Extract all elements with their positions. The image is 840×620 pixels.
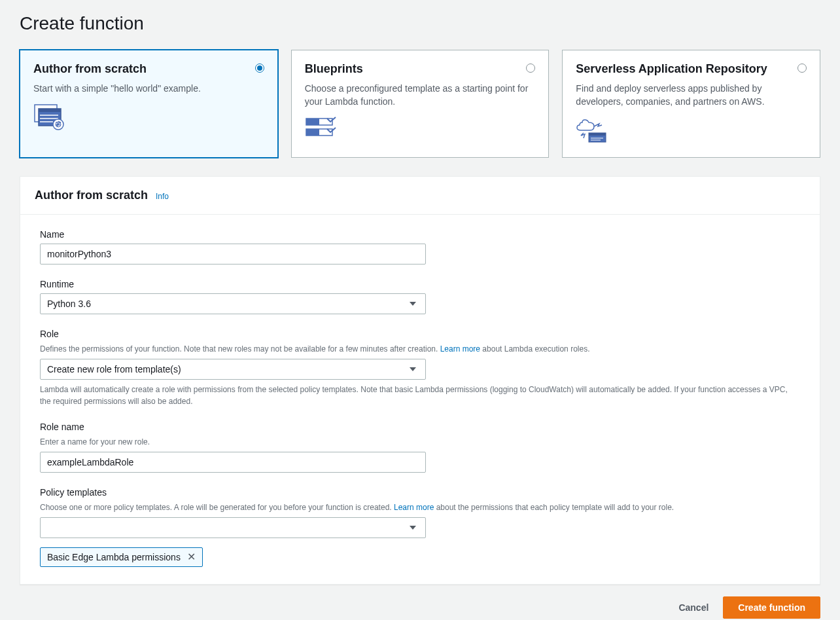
token-label: Basic Edge Lambda permissions	[47, 552, 181, 562]
panel-header: Author from scratch Info	[20, 177, 820, 215]
runtime-label: Runtime	[40, 279, 800, 289]
chevron-down-icon	[410, 367, 416, 371]
field-policy: Policy templates Choose one or more poli…	[40, 487, 800, 538]
scratch-icon	[33, 103, 264, 133]
option-serverless-repo[interactable]: Serverless Application Repository Find a…	[562, 50, 820, 158]
radio-icon	[255, 64, 264, 73]
role-help-after: Lambda will automatically create a role …	[40, 384, 800, 407]
name-label: Name	[40, 229, 800, 240]
role-value: Create new role from template(s)	[47, 364, 181, 374]
option-desc: Choose a preconfigured template as a sta…	[305, 82, 536, 108]
svg-rect-10	[306, 119, 319, 125]
policy-label: Policy templates	[40, 487, 800, 498]
chevron-down-icon	[410, 302, 416, 306]
role-name-help: Enter a name for your new role.	[40, 436, 800, 448]
role-help: Defines the permissions of your function…	[40, 343, 800, 355]
option-desc: Start with a simple "hello world" exampl…	[33, 82, 264, 96]
role-name-input[interactable]	[40, 452, 426, 473]
role-select[interactable]: Create new role from template(s)	[40, 359, 426, 380]
runtime-value: Python 3.6	[47, 299, 91, 309]
option-desc: Find and deploy serverless apps publishe…	[576, 82, 807, 108]
author-panel: Author from scratch Info Name Runtime Py…	[20, 176, 820, 585]
runtime-select[interactable]: Python 3.6	[40, 293, 426, 314]
policy-token: Basic Edge Lambda permissions ✕	[40, 547, 203, 567]
option-cards: Author from scratch Start with a simple …	[20, 50, 820, 158]
option-title: Author from scratch	[33, 62, 264, 76]
field-runtime: Runtime Python 3.6	[40, 279, 800, 314]
policy-help: Choose one or more policy templates. A r…	[40, 501, 800, 513]
learn-more-link[interactable]: Learn more	[394, 503, 434, 512]
close-icon[interactable]: ✕	[187, 552, 196, 562]
svg-rect-14	[589, 133, 606, 136]
info-link[interactable]: Info	[156, 192, 169, 201]
cancel-button[interactable]: Cancel	[676, 597, 711, 618]
panel-body: Name Runtime Python 3.6 Role Defines the…	[20, 215, 820, 584]
svg-rect-2	[39, 109, 61, 112]
serverless-icon	[576, 116, 807, 145]
field-role-name: Role name Enter a name for your new role…	[40, 422, 800, 473]
role-label: Role	[40, 329, 800, 339]
option-blueprints[interactable]: Blueprints Choose a preconfigured templa…	[291, 50, 550, 158]
svg-rect-12	[306, 129, 319, 136]
page-title: Create function	[20, 13, 820, 34]
field-role: Role Defines the permissions of your fun…	[40, 329, 800, 407]
option-author-from-scratch[interactable]: Author from scratch Start with a simple …	[20, 50, 278, 158]
create-function-button[interactable]: Create function	[723, 596, 820, 619]
name-input[interactable]	[40, 244, 426, 264]
role-name-label: Role name	[40, 422, 800, 432]
learn-more-link[interactable]: Learn more	[440, 344, 480, 354]
option-title: Blueprints	[305, 62, 536, 76]
radio-icon	[797, 64, 807, 73]
chevron-down-icon	[410, 526, 416, 530]
option-title: Serverless Application Repository	[576, 62, 807, 76]
footer-actions: Cancel Create function	[20, 596, 820, 619]
field-name: Name	[40, 229, 800, 264]
policy-select[interactable]	[40, 517, 426, 538]
panel-title: Author from scratch	[35, 189, 148, 202]
blueprints-icon	[305, 116, 536, 144]
